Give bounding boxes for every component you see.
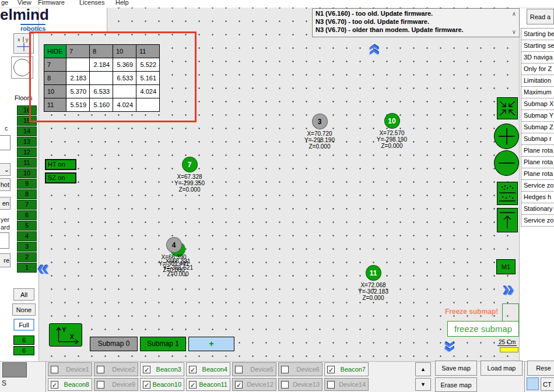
setting-row[interactable]: Hedges h xyxy=(521,192,554,203)
setting-row[interactable]: Only for Z xyxy=(521,63,554,75)
color-swatch[interactable] xyxy=(527,377,539,390)
xy-cursor-button[interactable]: x y xyxy=(13,33,34,54)
menu-view[interactable]: View xyxy=(17,0,31,6)
modem-m1-button[interactable]: M1 xyxy=(496,259,516,274)
checkbox[interactable] xyxy=(97,381,104,389)
checkbox[interactable] xyxy=(281,366,289,373)
menu-licenses[interactable]: Licenses xyxy=(79,0,104,6)
pan-right-chevron[interactable]: » xyxy=(503,280,514,299)
truncated-input[interactable] xyxy=(0,232,9,249)
setting-row[interactable]: Submap Z xyxy=(521,122,554,133)
truncated-button[interactable]: en xyxy=(0,197,10,210)
menu-language[interactable]: ge xyxy=(1,0,8,6)
device-toggle-device5[interactable]: Device5 xyxy=(232,362,276,376)
truncated-button[interactable]: re xyxy=(0,253,10,267)
zoom-out-button[interactable] xyxy=(494,150,519,176)
beacon-circle[interactable]: 3 xyxy=(312,114,328,129)
floors-full-button[interactable]: Full xyxy=(13,319,34,331)
floor-button[interactable]: 14 xyxy=(17,126,37,136)
setting-row[interactable]: Maximum xyxy=(521,87,554,98)
beacon-circle[interactable]: 10 xyxy=(384,113,400,129)
chevron-down-icon[interactable]: ⌄ xyxy=(0,163,10,176)
floor-button[interactable]: 13 xyxy=(17,137,37,147)
setting-row[interactable]: Stationary xyxy=(521,203,554,215)
device-toggle-beacon3[interactable]: Beacon3 xyxy=(140,362,184,376)
beacon-circle[interactable]: 7 xyxy=(182,157,198,172)
device-toggle-device2[interactable]: Device2 xyxy=(94,362,138,376)
floor-button[interactable]: 15 xyxy=(17,116,37,126)
setting-row[interactable]: Starting be xyxy=(521,29,554,40)
floor-button[interactable]: 16 xyxy=(17,105,37,115)
floor-button[interactable]: 10 xyxy=(17,168,37,178)
device-toggle-beacon10[interactable]: Beacon10 xyxy=(140,378,184,391)
device-toggle-device1[interactable]: Device1 xyxy=(48,362,92,376)
beacon-circle[interactable]: 4 xyxy=(166,237,182,253)
setting-row[interactable]: Limitation xyxy=(521,75,554,87)
checkbox[interactable] xyxy=(327,366,335,373)
load-map-button[interactable]: Load map xyxy=(481,361,523,376)
read-all-button[interactable]: Read a xyxy=(527,9,554,24)
floor-extra-button[interactable]: 6 xyxy=(13,336,34,345)
sz-toggle-button[interactable]: SZ on xyxy=(45,172,76,183)
device-toggle-beacon4[interactable]: Beacon4 xyxy=(186,362,230,376)
floor-button[interactable]: 2 xyxy=(17,252,37,262)
checkbox[interactable] xyxy=(235,366,243,373)
truncated-input[interactable] xyxy=(0,135,10,150)
floor-button[interactable]: 9 xyxy=(17,179,37,189)
floor-extra-button[interactable]: 6 xyxy=(13,346,34,355)
floors-none-button[interactable]: None xyxy=(12,303,36,316)
setting-row[interactable]: Submap X xyxy=(521,98,554,110)
save-map-button[interactable]: Save map xyxy=(435,361,477,376)
floor-button[interactable]: 12 xyxy=(17,147,37,157)
beacon-circle[interactable]: 11 xyxy=(366,265,381,281)
floors-all-button[interactable]: All xyxy=(13,288,34,301)
floor-button[interactable]: 11 xyxy=(17,158,37,168)
scroll-devices-up-button[interactable]: ▲ xyxy=(415,362,431,376)
setting-row[interactable]: Plane rota xyxy=(521,168,554,180)
checkbox[interactable] xyxy=(235,381,243,389)
checkbox[interactable] xyxy=(143,366,150,373)
setting-row[interactable]: Plane rota xyxy=(521,145,554,157)
floor-button[interactable]: 7 xyxy=(17,200,37,210)
add-submap-button[interactable]: + xyxy=(188,337,234,351)
checkbox[interactable] xyxy=(189,366,197,373)
menu-firmware[interactable]: Firmware xyxy=(38,0,65,6)
reset-button[interactable]: Rese xyxy=(527,361,554,376)
submap-0-tab[interactable]: Submap 0 xyxy=(90,337,138,351)
submap-1-tab[interactable]: Submap 1 xyxy=(140,337,186,351)
erase-map-button[interactable]: Erase map xyxy=(435,377,477,392)
menu-help[interactable]: Help xyxy=(115,0,129,6)
checkbox[interactable] xyxy=(327,381,335,389)
device-toggle-beacon11[interactable]: Beacon11 xyxy=(186,378,230,391)
device-toggle-device12[interactable]: Device12 xyxy=(232,378,276,391)
device-toggle-device9[interactable]: Device9 xyxy=(94,378,138,391)
hide-cell[interactable]: HIDE xyxy=(44,45,66,58)
circle-tool-button[interactable] xyxy=(11,56,33,79)
device-toggle-device6[interactable]: Device6 xyxy=(278,362,322,376)
setting-row[interactable]: Submap r xyxy=(521,133,554,145)
device-toggle-beacon8[interactable]: Beacon8 xyxy=(48,378,92,391)
checkbox[interactable] xyxy=(281,381,289,389)
pan-down-chevron[interactable]: » xyxy=(440,341,460,352)
checkbox[interactable] xyxy=(51,366,58,373)
checkbox[interactable] xyxy=(143,381,150,389)
submap-raise-button[interactable] xyxy=(497,208,518,232)
scroll-devices-down-button[interactable]: ▼ xyxy=(415,378,431,391)
setting-row[interactable]: Service zo xyxy=(521,215,554,227)
freeze-checkbox[interactable] xyxy=(502,303,519,322)
floor-button[interactable]: 5 xyxy=(17,221,37,231)
checkbox[interactable] xyxy=(97,366,104,373)
floor-button[interactable]: 4 xyxy=(17,231,37,241)
scroll-up-icon[interactable]: ∧ xyxy=(510,10,518,17)
pan-left-chevron[interactable]: « xyxy=(37,259,49,278)
floor-button[interactable]: 8 xyxy=(17,189,37,199)
checkbox[interactable] xyxy=(51,381,58,389)
floor-button[interactable]: 6 xyxy=(17,210,37,220)
setting-row[interactable]: Submap Y xyxy=(521,110,554,122)
floor-button[interactable]: 3 xyxy=(17,242,37,252)
fit-view-button[interactable] xyxy=(497,97,518,119)
scroll-down-icon[interactable]: ∨ xyxy=(510,28,518,36)
ctrl-hint-button[interactable]: CT xyxy=(541,377,554,391)
freeze-submap-button[interactable]: freeze submap xyxy=(447,321,519,337)
ht-toggle-button[interactable]: HT on xyxy=(45,159,76,170)
